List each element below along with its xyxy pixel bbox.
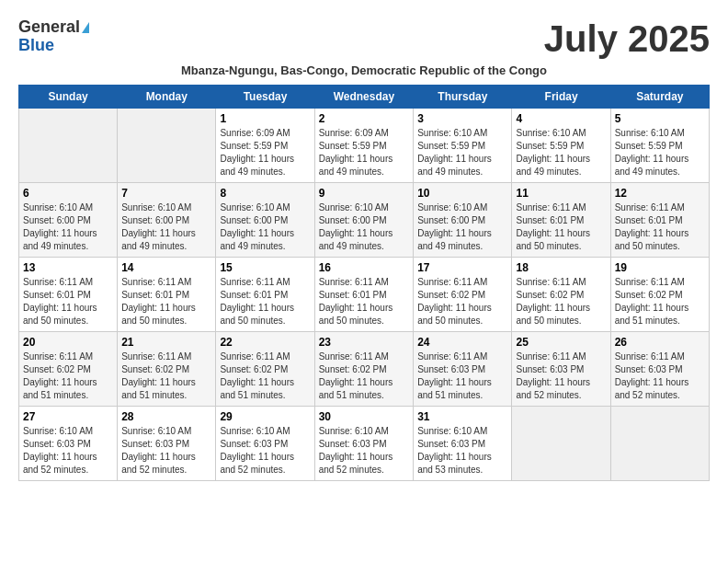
logo-general: General	[18, 18, 89, 37]
week-row-2: 13Sunrise: 6:11 AMSunset: 6:01 PMDayligh…	[19, 258, 710, 332]
day-info: Sunrise: 6:10 AMSunset: 6:00 PMDaylight:…	[220, 201, 310, 253]
day-info: Sunrise: 6:11 AMSunset: 6:02 PMDaylight:…	[23, 350, 113, 402]
calendar-cell: 4Sunrise: 6:10 AMSunset: 5:59 PMDaylight…	[512, 109, 610, 183]
day-info: Sunrise: 6:10 AMSunset: 5:59 PMDaylight:…	[615, 127, 705, 178]
calendar-cell: 1Sunrise: 6:09 AMSunset: 5:59 PMDaylight…	[216, 109, 314, 183]
day-number: 25	[516, 336, 606, 349]
day-info: Sunrise: 6:10 AMSunset: 6:00 PMDaylight:…	[23, 201, 113, 253]
calendar-cell: 19Sunrise: 6:11 AMSunset: 6:02 PMDayligh…	[610, 258, 709, 332]
header-day-monday: Monday	[118, 86, 216, 109]
header-day-saturday: Saturday	[610, 86, 709, 109]
calendar-header: SundayMondayTuesdayWednesdayThursdayFrid…	[19, 86, 710, 109]
day-number: 18	[516, 261, 606, 274]
day-number: 22	[220, 336, 310, 349]
day-info: Sunrise: 6:09 AMSunset: 5:59 PMDaylight:…	[319, 127, 410, 178]
week-row-4: 27Sunrise: 6:10 AMSunset: 6:03 PMDayligh…	[19, 407, 710, 481]
day-info: Sunrise: 6:10 AMSunset: 6:00 PMDaylight:…	[417, 201, 507, 253]
day-number: 24	[417, 336, 507, 349]
logo-blue: Blue	[18, 37, 89, 55]
calendar-body: 1Sunrise: 6:09 AMSunset: 5:59 PMDaylight…	[19, 109, 710, 481]
week-row-0: 1Sunrise: 6:09 AMSunset: 5:59 PMDaylight…	[19, 109, 710, 183]
subtitle: Mbanza-Ngungu, Bas-Congo, Democratic Rep…	[18, 63, 710, 77]
calendar-cell: 8Sunrise: 6:10 AMSunset: 6:00 PMDaylight…	[216, 183, 314, 258]
calendar-cell: 27Sunrise: 6:10 AMSunset: 6:03 PMDayligh…	[19, 407, 118, 481]
calendar-cell: 26Sunrise: 6:11 AMSunset: 6:03 PMDayligh…	[610, 332, 709, 407]
day-number: 29	[220, 410, 310, 423]
day-info: Sunrise: 6:11 AMSunset: 6:01 PMDaylight:…	[319, 276, 410, 327]
day-info: Sunrise: 6:11 AMSunset: 6:02 PMDaylight:…	[516, 276, 606, 327]
calendar-cell: 11Sunrise: 6:11 AMSunset: 6:01 PMDayligh…	[512, 183, 610, 258]
day-info: Sunrise: 6:10 AMSunset: 6:03 PMDaylight:…	[121, 425, 211, 477]
day-number: 15	[220, 261, 310, 274]
day-info: Sunrise: 6:10 AMSunset: 6:00 PMDaylight:…	[121, 201, 211, 253]
calendar-table: SundayMondayTuesdayWednesdayThursdayFrid…	[18, 85, 710, 481]
calendar-cell: 17Sunrise: 6:11 AMSunset: 6:02 PMDayligh…	[414, 258, 512, 332]
calendar-cell: 9Sunrise: 6:10 AMSunset: 6:00 PMDaylight…	[314, 183, 414, 258]
day-number: 28	[121, 410, 211, 423]
day-number: 31	[417, 410, 507, 423]
calendar-cell: 22Sunrise: 6:11 AMSunset: 6:02 PMDayligh…	[216, 332, 314, 407]
day-info: Sunrise: 6:11 AMSunset: 6:03 PMDaylight:…	[417, 350, 507, 402]
calendar-cell: 30Sunrise: 6:10 AMSunset: 6:03 PMDayligh…	[314, 407, 414, 481]
day-number: 23	[319, 336, 410, 349]
day-info: Sunrise: 6:10 AMSunset: 6:00 PMDaylight:…	[319, 201, 410, 253]
day-info: Sunrise: 6:11 AMSunset: 6:01 PMDaylight:…	[220, 276, 310, 327]
day-info: Sunrise: 6:09 AMSunset: 5:59 PMDaylight:…	[220, 127, 310, 178]
day-number: 17	[417, 261, 507, 274]
day-info: Sunrise: 6:11 AMSunset: 6:02 PMDaylight:…	[220, 350, 310, 402]
calendar-cell: 21Sunrise: 6:11 AMSunset: 6:02 PMDayligh…	[118, 332, 216, 407]
calendar-cell: 5Sunrise: 6:10 AMSunset: 5:59 PMDaylight…	[610, 109, 709, 183]
day-info: Sunrise: 6:10 AMSunset: 5:59 PMDaylight:…	[516, 127, 606, 178]
day-number: 10	[417, 187, 507, 200]
calendar-cell: 29Sunrise: 6:10 AMSunset: 6:03 PMDayligh…	[216, 407, 314, 481]
header-row: SundayMondayTuesdayWednesdayThursdayFrid…	[19, 86, 710, 109]
page-header: General Blue July 2025	[18, 18, 710, 60]
day-number: 6	[23, 187, 113, 200]
day-info: Sunrise: 6:11 AMSunset: 6:01 PMDaylight:…	[121, 276, 211, 327]
day-number: 3	[417, 112, 507, 125]
day-number: 30	[319, 410, 410, 423]
day-info: Sunrise: 6:11 AMSunset: 6:01 PMDaylight:…	[23, 276, 113, 327]
calendar-cell: 12Sunrise: 6:11 AMSunset: 6:01 PMDayligh…	[610, 183, 709, 258]
day-number: 14	[121, 261, 211, 274]
day-number: 19	[615, 261, 705, 274]
logo-icon	[82, 22, 89, 33]
day-info: Sunrise: 6:11 AMSunset: 6:02 PMDaylight:…	[417, 276, 507, 327]
day-info: Sunrise: 6:10 AMSunset: 6:03 PMDaylight:…	[417, 425, 507, 477]
day-info: Sunrise: 6:11 AMSunset: 6:03 PMDaylight:…	[615, 350, 705, 402]
day-number: 9	[319, 187, 410, 200]
calendar-cell	[19, 109, 118, 183]
calendar-cell: 3Sunrise: 6:10 AMSunset: 5:59 PMDaylight…	[414, 109, 512, 183]
day-number: 4	[516, 112, 606, 125]
day-number: 21	[121, 336, 211, 349]
calendar-cell: 31Sunrise: 6:10 AMSunset: 6:03 PMDayligh…	[414, 407, 512, 481]
day-info: Sunrise: 6:11 AMSunset: 6:02 PMDaylight:…	[121, 350, 211, 402]
day-info: Sunrise: 6:11 AMSunset: 6:02 PMDaylight:…	[319, 350, 410, 402]
calendar-cell: 16Sunrise: 6:11 AMSunset: 6:01 PMDayligh…	[314, 258, 414, 332]
week-row-3: 20Sunrise: 6:11 AMSunset: 6:02 PMDayligh…	[19, 332, 710, 407]
day-number: 12	[615, 187, 705, 200]
day-number: 13	[23, 261, 113, 274]
calendar-cell	[118, 109, 216, 183]
header-day-thursday: Thursday	[414, 86, 512, 109]
day-number: 26	[615, 336, 705, 349]
day-number: 27	[23, 410, 113, 423]
calendar-cell: 28Sunrise: 6:10 AMSunset: 6:03 PMDayligh…	[118, 407, 216, 481]
calendar-cell	[512, 407, 610, 481]
day-info: Sunrise: 6:11 AMSunset: 6:03 PMDaylight:…	[516, 350, 606, 402]
month-title: July 2025	[544, 18, 710, 60]
calendar-cell: 2Sunrise: 6:09 AMSunset: 5:59 PMDaylight…	[314, 109, 414, 183]
calendar-cell: 15Sunrise: 6:11 AMSunset: 6:01 PMDayligh…	[216, 258, 314, 332]
day-info: Sunrise: 6:10 AMSunset: 6:03 PMDaylight:…	[319, 425, 410, 477]
day-info: Sunrise: 6:10 AMSunset: 6:03 PMDaylight:…	[220, 425, 310, 477]
calendar-cell: 25Sunrise: 6:11 AMSunset: 6:03 PMDayligh…	[512, 332, 610, 407]
day-number: 8	[220, 187, 310, 200]
header-day-sunday: Sunday	[19, 86, 118, 109]
header-day-tuesday: Tuesday	[216, 86, 314, 109]
day-number: 1	[220, 112, 310, 125]
header-day-friday: Friday	[512, 86, 610, 109]
day-number: 20	[23, 336, 113, 349]
logo: General Blue	[18, 18, 89, 55]
day-info: Sunrise: 6:10 AMSunset: 6:03 PMDaylight:…	[23, 425, 113, 477]
day-info: Sunrise: 6:11 AMSunset: 6:01 PMDaylight:…	[615, 201, 705, 253]
